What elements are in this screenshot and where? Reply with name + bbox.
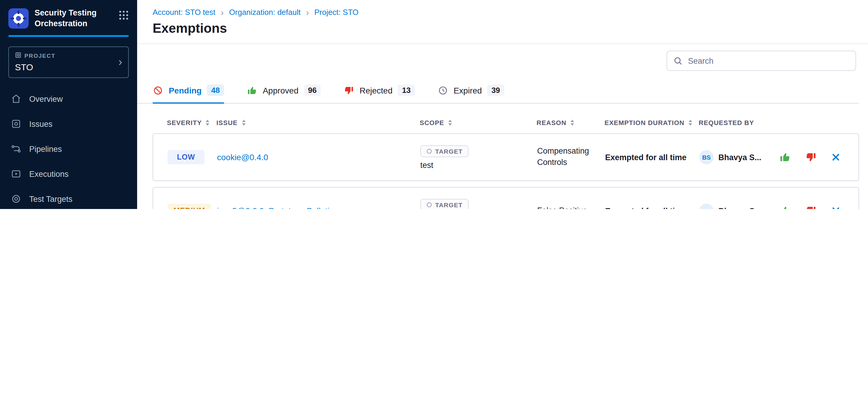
sort-toggle[interactable] — [570, 120, 574, 126]
avatar: BS — [699, 150, 714, 164]
issue-link[interactable]: cookie@0.4.0 — [217, 151, 277, 164]
approve-button[interactable] — [779, 151, 791, 163]
project-name: STO — [15, 62, 122, 72]
tab-pending[interactable]: Pending 48 — [153, 77, 224, 103]
sidebar-item-issues[interactable]: Issues — [0, 111, 137, 136]
app-title: Security Testing Orchestration — [35, 8, 113, 29]
sidebar-item-executions[interactable]: Executions — [0, 161, 137, 186]
tab-count: 48 — [207, 84, 224, 96]
toolbar — [137, 44, 868, 77]
harness-logo[interactable] — [8, 8, 29, 28]
sidebar-nav: Overview Issues Pipelines Executions Tes… — [0, 86, 137, 209]
project-label: PROJECT — [15, 52, 122, 60]
thumbs-up-icon — [247, 85, 257, 96]
column-header-issue: ISSUE — [216, 119, 409, 126]
column-header-exemption-duration: EXEMPTION DURATION — [604, 119, 699, 126]
sort-toggle[interactable] — [242, 120, 245, 126]
tab-count: 13 — [398, 84, 415, 96]
scope-value: test — [420, 161, 433, 169]
table-row: MEDIUM json5@2.2.0: Prototype Pollution … — [153, 187, 859, 209]
severity-badge: MEDIUM — [167, 204, 211, 209]
module-grid-icon[interactable] — [119, 10, 129, 20]
column-header-reason: REASON — [536, 119, 604, 126]
approve-button[interactable] — [779, 205, 791, 209]
page-title: Exemptions — [153, 21, 854, 36]
target-icon — [11, 194, 22, 204]
tab-bar: Pending 48 Approved 96 Rejected 13 Expir… — [137, 77, 859, 104]
issues-icon — [11, 118, 22, 129]
sidebar-item-pipelines[interactable]: Pipelines — [0, 136, 137, 161]
chevron-right-icon: › — [118, 56, 122, 68]
chevron-right-icon: › — [221, 8, 224, 17]
target-icon — [426, 202, 432, 208]
issue-link[interactable]: json5@2.2.0: Prototype Pollution — [217, 205, 347, 209]
breadcrumb-organization-link[interactable]: Organization: default — [229, 8, 301, 17]
clock-icon — [438, 85, 448, 96]
avatar: BS — [699, 204, 714, 209]
exemption-duration: Exempted for all time — [605, 153, 699, 162]
close-icon[interactable] — [831, 152, 841, 163]
column-header-scope: SCOPE — [409, 119, 536, 126]
sidebar-header: Security Testing Orchestration — [0, 0, 137, 35]
requested-by: BS Bhavya S... — [699, 150, 778, 164]
table-row: LOW cookie@0.4.0 TARGET test Compensatin… — [153, 133, 859, 181]
tab-rejected[interactable]: Rejected 13 — [343, 77, 414, 103]
search-input[interactable] — [688, 56, 849, 65]
sidebar-item-test-targets[interactable]: Test Targets — [0, 186, 137, 209]
scope-pill-target: TARGET — [420, 145, 469, 157]
exemption-duration: Exempted for all time — [605, 206, 699, 209]
chevron-right-icon: › — [306, 8, 309, 17]
requested-by: BS Bhavya S... — [699, 204, 778, 209]
column-header-requested-by: REQUESTED BY — [699, 119, 777, 126]
project-tag-icon — [15, 52, 22, 60]
project-selector[interactable]: PROJECT STO › — [8, 46, 129, 78]
reject-button[interactable] — [805, 151, 817, 163]
tab-approved[interactable]: Approved 96 — [247, 77, 321, 103]
sort-toggle[interactable] — [448, 120, 452, 126]
requester-name: Bhavya S... — [718, 206, 761, 209]
pending-icon — [153, 85, 163, 96]
reject-button[interactable] — [805, 205, 817, 209]
exemptions-table: SEVERITY ISSUE SCOPE REASON EXEMPTION DU… — [153, 112, 859, 209]
search-box[interactable] — [666, 50, 856, 71]
pipelines-icon — [11, 143, 22, 154]
sort-toggle[interactable] — [206, 120, 210, 126]
sort-toggle[interactable] — [688, 120, 692, 126]
main-content: Account: STO test › Organization: defaul… — [137, 0, 868, 209]
breadcrumb-project-link[interactable]: Project: STO — [314, 8, 358, 17]
breadcrumb: Account: STO test › Organization: defaul… — [153, 8, 854, 17]
app-root: Security Testing Orchestration PROJECT S… — [0, 0, 868, 209]
search-icon — [673, 56, 683, 66]
tab-count: 39 — [487, 84, 504, 96]
sidebar-item-overview[interactable]: Overview — [0, 86, 137, 111]
table-header: SEVERITY ISSUE SCOPE REASON EXEMPTION DU… — [153, 112, 859, 133]
home-icon — [11, 94, 22, 104]
severity-badge: LOW — [167, 150, 205, 164]
requester-name: Bhavya S... — [718, 153, 761, 162]
tab-count: 96 — [304, 84, 321, 96]
scope-pill-target: TARGET — [420, 199, 469, 209]
reason: Compensating Controls — [537, 146, 605, 169]
close-icon[interactable] — [831, 205, 841, 209]
column-header-severity: SEVERITY — [153, 119, 216, 126]
reason: False Positive — [537, 205, 605, 209]
module-accent-bar — [8, 35, 129, 37]
target-icon — [426, 148, 432, 154]
tab-expired[interactable]: Expired 39 — [438, 77, 504, 103]
breadcrumb-account-link[interactable]: Account: STO test — [153, 8, 216, 17]
page-header: Account: STO test › Organization: defaul… — [137, 0, 868, 44]
executions-icon — [11, 169, 22, 179]
sidebar: Security Testing Orchestration PROJECT S… — [0, 0, 137, 209]
thumbs-down-icon — [343, 85, 354, 96]
